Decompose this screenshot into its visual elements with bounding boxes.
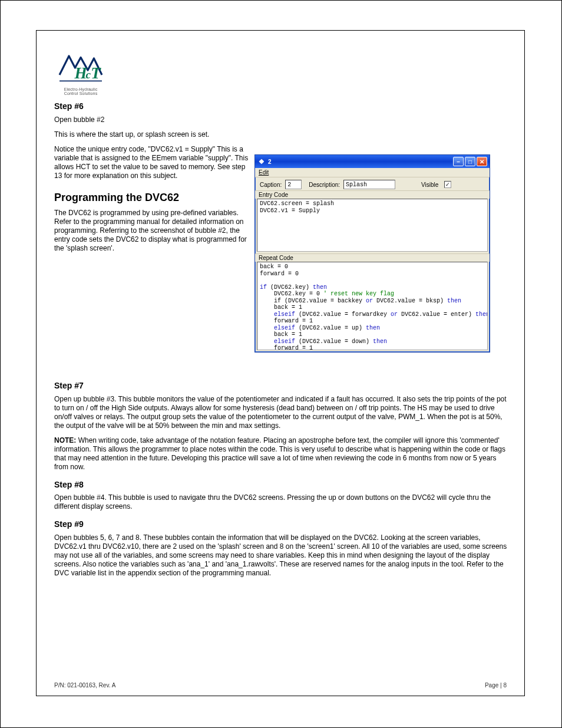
window-close-button[interactable]: ✕	[477, 157, 487, 166]
window-menubar[interactable]: Edit	[255, 168, 490, 177]
window-maximize-button[interactable]: □	[465, 157, 475, 166]
dvc62-heading: Programming the DVC62	[54, 191, 249, 205]
lower-column: Step #7 Open up bubble #3. This bubble m…	[54, 373, 508, 584]
dvc62-para: The DVC62 is programmed by using pre-def…	[54, 209, 249, 253]
step9-body: Open bubbles 5, 6, 7 and 8. These bubble…	[54, 533, 508, 578]
footer-left: P/N: 021-00163, Rev. A	[54, 682, 115, 689]
entry-code-label: Entry Code	[255, 190, 490, 199]
description-input[interactable]	[343, 180, 395, 189]
logo-subtext-2: Control Solutions	[54, 91, 107, 95]
description-label: Description:	[309, 182, 340, 188]
caption-input[interactable]	[285, 180, 302, 189]
window-fields-row: Caption: Description: Visible ✓	[255, 177, 490, 190]
step6-heading: Step #6	[54, 101, 249, 112]
step6-p2: This is where the start up, or splash sc…	[54, 130, 249, 139]
repeat-code-textarea[interactable]: back = 0 forward = 0 if (DVC62.key) then…	[257, 262, 488, 350]
company-logo: H c T Electro-Hydraulic Control Solution…	[54, 47, 107, 100]
menu-edit[interactable]: Edit	[259, 169, 269, 176]
entry-code-textarea[interactable]: DVC62.screen = splash DVC62.v1 = Supply	[257, 199, 488, 252]
repeat-code-label: Repeat Code	[255, 253, 490, 262]
editor-window: ❖ 2 – □ ✕ Edit Caption: Description: Vis…	[254, 154, 490, 353]
page: H c T Electro-Hydraulic Control Solution…	[0, 0, 562, 728]
footer-right: Page | 8	[485, 682, 507, 689]
note-label: NOTE:	[54, 436, 76, 444]
mountain-icon: H c T	[57, 47, 104, 88]
window-title-text: 2	[268, 159, 272, 165]
svg-text:c: c	[86, 68, 91, 81]
step8-body: Open bubble #4. This bubble is used to n…	[54, 493, 508, 511]
window-app-icon: ❖	[257, 157, 266, 166]
step9-heading: Step #9	[54, 519, 508, 530]
window-titlebar[interactable]: ❖ 2 – □ ✕	[255, 155, 490, 168]
note-para: NOTE: When writing code, take advantage …	[54, 436, 508, 472]
step8-heading: Step #8	[54, 480, 508, 490]
step7-body: Open up bubble #3. This bubble monitors …	[54, 395, 508, 430]
caption-label: Caption:	[260, 182, 282, 188]
visible-checkbox[interactable]: ✓	[444, 181, 451, 188]
step7-heading: Step #7	[54, 381, 508, 391]
window-minimize-button[interactable]: –	[453, 157, 464, 166]
logo-subtext-1: Electro-Hydraulic	[54, 87, 107, 91]
page-footer: P/N: 021-00163, Rev. A Page | 8	[54, 682, 507, 689]
page-border: H c T Electro-Hydraulic Control Solution…	[36, 30, 525, 696]
step6-p3: Notice the unique entry code, "DVC62.v1 …	[54, 145, 249, 180]
svg-text:T: T	[91, 64, 101, 82]
note-body: When writing code, take advantage of the…	[54, 436, 505, 471]
step6-p1: Open bubble #2	[54, 116, 249, 124]
left-column: Step #6 Open bubble #2 This is where the…	[54, 101, 249, 259]
visible-label: Visible	[421, 182, 438, 188]
